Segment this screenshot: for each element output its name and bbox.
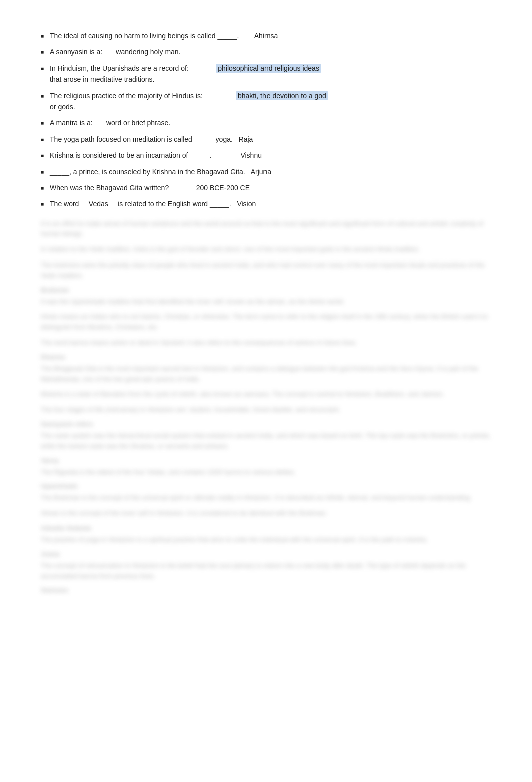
blurred-heading: Jnana — [41, 550, 491, 558]
bullet-icon: ■ — [41, 168, 44, 176]
item-text: _____, a prince, is counseled by Krishna… — [50, 166, 491, 177]
answer-text: Ahimsa — [254, 32, 278, 40]
continuation-text: or gods. — [50, 103, 75, 111]
question-text: The ideal of causing no harm to living b… — [50, 32, 239, 40]
question-text-middle: is related to the English word _____. — [118, 200, 231, 208]
blurred-heading: Advaita Vedanta — [41, 524, 491, 532]
list-item: ■ The yoga path focused on meditation is… — [41, 134, 491, 145]
blurred-heading: Dharma — [41, 353, 491, 361]
item-text: When was the Bhagavad Gita written? 200 … — [50, 182, 491, 193]
list-item: ■ The ideal of causing no harm to living… — [41, 30, 491, 41]
answer-text: wandering holy man. — [116, 48, 180, 56]
item-text: The religious practice of the majority o… — [50, 90, 491, 113]
item-text: The ideal of causing no harm to living b… — [50, 30, 491, 41]
blurred-paragraph: Atman is the concept of the inner self i… — [41, 508, 491, 519]
answer-text: Vision — [237, 200, 256, 208]
blurred-paragraph: The caste system was the hierarchical so… — [41, 431, 491, 452]
question-text-before: The word — [50, 200, 79, 208]
quiz-list: ■ The ideal of causing no harm to living… — [41, 30, 491, 210]
item-text: The word Vedas is related to the English… — [50, 198, 491, 209]
list-item: ■ The religious practice of the majority… — [41, 90, 491, 113]
bullet-icon: ■ — [41, 119, 44, 127]
list-item: ■ _____, a prince, is counseled by Krish… — [41, 166, 491, 177]
main-content: ■ The ideal of causing no harm to living… — [41, 30, 491, 594]
bullet-icon: ■ — [41, 32, 44, 40]
question-text: A mantra is a: — [50, 119, 93, 127]
answer-text: Arjuna — [251, 168, 271, 176]
list-item: ■ A mantra is a: word or brief phrase. — [41, 117, 491, 128]
question-text: A sannyasin is a: — [50, 48, 102, 56]
answer-text: word or brief phrase. — [106, 119, 170, 127]
bullet-icon: ■ — [41, 48, 44, 56]
blurred-paragraph: In relation to the Vedic tradition, Indr… — [41, 244, 491, 255]
bullet-icon: ■ — [41, 200, 44, 208]
blurred-paragraph: The four stages of life (Ashramas) in Hi… — [41, 405, 491, 415]
item-text: A sannyasin is a: wandering holy man. — [50, 46, 491, 57]
list-item: ■ When was the Bhagavad Gita written? 20… — [41, 182, 491, 193]
answer-text: Raja — [239, 135, 253, 143]
blurred-paragraph: The Bhagavad Gita is the most important … — [41, 364, 491, 385]
question-text: The religious practice of the majority o… — [50, 92, 203, 100]
list-item: ■ A sannyasin is a: wandering holy man. — [41, 46, 491, 57]
question-text: The yoga path focused on meditation is c… — [50, 135, 233, 143]
blurred-paragraph: The brahmins were the priestly class of … — [41, 260, 491, 281]
blurred-paragraph: The Rigveda is the oldest of the four Ve… — [41, 467, 491, 478]
item-text: In Hinduism, the Upanishads are a record… — [50, 63, 491, 85]
item-text: Krishna is considered to be an incarnati… — [50, 150, 491, 161]
blurred-paragraph: Moksha is a state of liberation from the… — [41, 389, 491, 400]
answer-word: Vedas — [89, 200, 108, 208]
blurred-paragraph: It was the Upanishadic tradition that fi… — [41, 297, 491, 307]
bullet-icon: ■ — [41, 65, 44, 72]
answer-highlight: philosophical and religious ideas — [216, 64, 321, 73]
question-text: _____, a prince, is counseled by Krishna… — [50, 168, 245, 176]
blurred-paragraph: The word karma means action or deed in S… — [41, 338, 491, 348]
bullet-icon: ■ — [41, 152, 44, 159]
question-text: When was the Bhagavad Gita written? — [50, 184, 169, 192]
blurred-paragraph: The Brahman is the concept of the univer… — [41, 493, 491, 503]
bullet-icon: ■ — [41, 136, 44, 143]
blurred-heading: Sannyasin refers — [41, 420, 491, 428]
item-text: A mantra is a: word or brief phrase. — [50, 117, 491, 128]
blurred-heading: Varna — [41, 457, 491, 464]
list-item: ■ Krishna is considered to be an incarna… — [41, 150, 491, 161]
blurred-heading: Brahman — [41, 286, 491, 294]
blurred-heading: Upanishads — [41, 482, 491, 490]
blurred-content: It is an effort to make sense of human e… — [41, 219, 491, 594]
question-text: Krishna is considered to be an incarnati… — [50, 151, 211, 159]
blurred-heading: Samsara — [41, 586, 491, 594]
blurred-paragraph: The concept of reincarnation in Hinduism… — [41, 561, 491, 582]
question-text: In Hinduism, the Upanishads are a record… — [50, 64, 189, 72]
answer-highlight: bhakti, the devotion to a god — [236, 91, 328, 100]
blurred-paragraph: Hindu means an Indian who is not Islamic… — [41, 312, 491, 333]
blurred-paragraph: It is an effort to make sense of human e… — [41, 219, 491, 240]
bullet-icon: ■ — [41, 92, 44, 100]
bullet-icon: ■ — [41, 184, 44, 192]
list-item: ■ The word Vedas is related to the Engli… — [41, 198, 491, 209]
blurred-paragraph: The practice of yoga in Hinduism is a sp… — [41, 535, 491, 545]
continuation-text: that arose in meditative traditions. — [50, 75, 154, 83]
answer-text: 200 BCE-200 CE — [196, 184, 250, 192]
answer-text: Vishnu — [240, 151, 262, 159]
list-item: ■ In Hinduism, the Upanishads are a reco… — [41, 63, 491, 85]
item-text: The yoga path focused on meditation is c… — [50, 134, 491, 145]
